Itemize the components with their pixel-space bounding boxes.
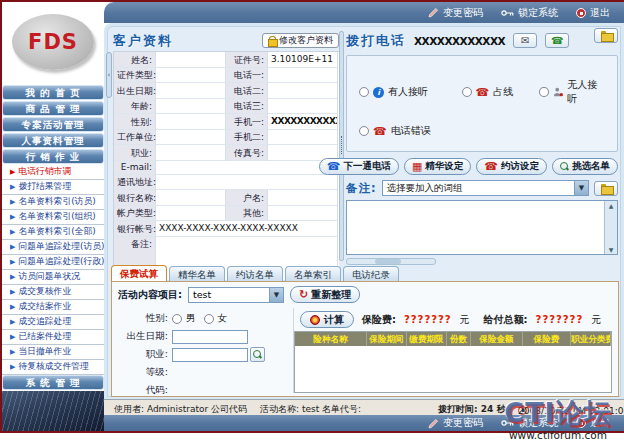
app-window: 变更密码 锁定系统 退出 FDS 我 的 首 页 商 品 管 理 专案活动管理 … <box>0 0 624 445</box>
tab-premium-calc[interactable]: 保费试算 <box>111 265 167 282</box>
dob-input[interactable] <box>172 330 248 344</box>
holder-value <box>268 190 338 206</box>
status-bar: 使用者: Administrator 公司代码 活动名称: test 名单代号:… <box>104 399 624 415</box>
radio-answered[interactable]: i有人接听 <box>359 78 462 106</box>
change-password-link[interactable]: 变更密码 <box>428 6 483 20</box>
tab-visit-list[interactable]: 约访名单 <box>227 266 283 282</box>
calculate-button[interactable]: 计算 <box>300 311 354 328</box>
change-password-label: 变更密码 <box>443 416 483 430</box>
radio-wrong-number[interactable]: ☎电话错误 <box>359 124 467 138</box>
lock-system-link-bottom[interactable]: 锁定系统 <box>501 416 558 430</box>
other-value <box>268 206 338 222</box>
logout-link-bottom[interactable]: 退出 <box>576 416 610 430</box>
tab-list-index[interactable]: 名单索引 <box>285 266 341 282</box>
lock-system-link[interactable]: 锁定系统 <box>501 6 558 20</box>
field-label: 职业: <box>114 145 156 161</box>
sidebar-section-campaign[interactable]: 专案活动管理 <box>2 117 104 132</box>
column-header: 险种名称 <box>295 332 367 346</box>
field-value <box>156 83 226 99</box>
sidebar-item-list-index-agent[interactable]: ▶名单资料索引(访员) <box>2 195 104 210</box>
sidebar-section-product[interactable]: 商 品 管 理 <box>2 101 104 116</box>
radio-no-answer[interactable]: 无人接听 <box>539 78 605 106</box>
scroll-down-icon[interactable]: ▼ <box>609 246 614 253</box>
vertical-splitter[interactable] <box>339 31 344 261</box>
radio-busy[interactable]: ☎占线 <box>462 78 540 106</box>
sidebar-item-deal-track[interactable]: ▶成交追踪处理 <box>2 315 104 330</box>
sidebar-item-issue-track-agent[interactable]: ▶问题单追踪处理(访员) <box>2 240 104 255</box>
scroll-up-icon[interactable]: ▲ <box>609 202 614 209</box>
sidebar-item-telemarketing-survey[interactable]: ▶电话行销市调 <box>2 165 104 180</box>
field-label: 电话二: <box>226 83 268 99</box>
job-input[interactable] <box>172 348 248 362</box>
sidebar-nav: 我 的 首 页 商 品 管 理 专案活动管理 人事资料管理 行 销 作 业 ▶电… <box>2 85 104 431</box>
elite-setting-label: 精华设定 <box>425 160 463 173</box>
dial-button[interactable]: ☎ <box>545 33 569 48</box>
dial-phone-panel: 拨打电话 XXXXXXXXXXXX ✉ ☎ i有人接听 ☎占线 无人接听 ☎电话… <box>346 30 618 263</box>
job-search-button[interactable] <box>250 347 265 362</box>
quick-save-button[interactable] <box>594 28 618 43</box>
lock-icon <box>268 36 276 45</box>
other-label: 其他: <box>226 206 268 222</box>
arrow-icon: ▶ <box>10 318 15 326</box>
arrow-icon: ▶ <box>10 348 15 356</box>
activity-label: 活动内容项目: <box>118 288 182 302</box>
sidebar-item-list-index-all[interactable]: ▶名单资料索引(全部) <box>2 225 104 240</box>
activity-select[interactable]: test ▼ <box>188 287 284 303</box>
calc-result-area: 计算 保险费: ??????? 元 给付总额: ??????? 元 险种名称 保… <box>294 308 614 393</box>
sidebar-item-deal-review[interactable]: ▶成交复核作业 <box>2 285 104 300</box>
pick-list-button[interactable]: 挑选名单 <box>552 158 618 175</box>
arrow-icon: ▶ <box>10 273 15 281</box>
sidebar-item-same-day-cancel[interactable]: ▶当日撤单作业 <box>2 345 104 360</box>
next-call-button[interactable]: ☎下一通电话 <box>319 158 399 175</box>
grade-label: 等级: <box>116 366 172 379</box>
sidebar-item-label: 问题单追踪处理(行政) <box>18 256 104 268</box>
radio-label: 无人接听 <box>567 78 605 106</box>
next-call-label: 下一通电话 <box>343 160 391 173</box>
edit-customer-button[interactable]: 修改客户资料 <box>262 33 339 48</box>
pencil-icon <box>428 7 439 18</box>
arrow-icon: ▶ <box>10 213 15 221</box>
sidebar-item-deal-close[interactable]: ▶成交结案作业 <box>2 300 104 315</box>
field-value <box>268 130 338 146</box>
refresh-button[interactable]: ↻ 重新整理 <box>290 286 360 303</box>
radio-label: 占线 <box>493 85 513 99</box>
sidebar-item-list-index-org[interactable]: ▶名单资料索引(组织) <box>2 210 104 225</box>
sidebar-section-marketing[interactable]: 行 销 作 业 <box>2 149 104 164</box>
email-button[interactable]: ✉ <box>513 33 537 48</box>
sidebar-item-label: 成交复核作业 <box>18 286 71 298</box>
visit-setting-button[interactable]: ☎约访设定 <box>476 158 547 175</box>
field-label: 年龄: <box>114 99 156 115</box>
phrase-select[interactable]: 选择要加入的词组 ▼ <box>382 180 589 196</box>
elite-setting-button[interactable]: ▦精华设定 <box>404 158 471 175</box>
add-phrase-button[interactable] <box>594 181 618 196</box>
tab-elite-list[interactable]: 精华名单 <box>169 266 225 282</box>
radio-male[interactable]: 男 <box>172 312 196 325</box>
radio-icon <box>204 314 214 324</box>
sidebar-section-hr[interactable]: 人事资料管理 <box>2 133 104 148</box>
field-value: 3.10109E+11 <box>268 52 338 68</box>
sidebar-section-home[interactable]: 我 的 首 页 <box>2 85 104 100</box>
memo-hscrollbar[interactable] <box>346 258 436 265</box>
edit-customer-label: 修改客户资料 <box>279 34 333 47</box>
collapse-panel-handle[interactable]: ‹ <box>106 52 112 98</box>
holder-label: 户名: <box>226 190 268 206</box>
logout-icon <box>576 8 586 18</box>
radio-icon <box>172 314 182 324</box>
tab-call-record[interactable]: 电访纪录 <box>343 266 399 282</box>
top-bar: 变更密码 锁定系统 退出 <box>104 2 624 23</box>
field-label: 出生日期: <box>114 83 156 99</box>
sidebar-item-pending-review[interactable]: ▶待复核成交件管理 <box>2 360 104 375</box>
memo-textarea[interactable]: ▲▼ <box>346 200 618 255</box>
memo-scrollbar[interactable]: ▲▼ <box>604 201 617 254</box>
sidebar-item-issue-track-admin[interactable]: ▶问题单追踪处理(行政) <box>2 255 104 270</box>
sidebar-item-call-result[interactable]: ▶拨打结果管理 <box>2 180 104 195</box>
radio-female[interactable]: 女 <box>204 312 228 325</box>
change-password-link-bottom[interactable]: 变更密码 <box>428 416 483 430</box>
account-type-value <box>156 206 226 222</box>
radio-icon <box>462 87 472 97</box>
sidebar-item-closed-case[interactable]: ▶已结案件处理 <box>2 330 104 345</box>
sidebar-section-system[interactable]: 系 统 管 理 <box>2 375 104 390</box>
sidebar-item-agent-issue-status[interactable]: ▶访员问题单状况 <box>2 270 104 285</box>
logout-link[interactable]: 退出 <box>576 6 610 20</box>
email-value <box>156 161 338 175</box>
